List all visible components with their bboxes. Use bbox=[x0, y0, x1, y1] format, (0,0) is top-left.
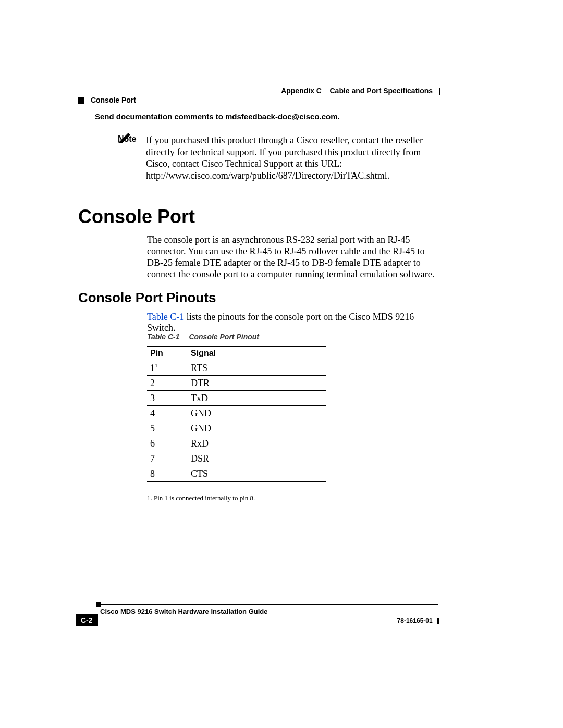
cell-pin: 7 bbox=[147, 451, 188, 466]
cell-pin: 4 bbox=[147, 406, 188, 421]
cell-signal: GND bbox=[188, 406, 326, 421]
note-text: If you purchased this product through a … bbox=[146, 134, 441, 181]
table-row: 8CTS bbox=[147, 466, 326, 482]
cell-pin: 6 bbox=[147, 436, 188, 451]
footer-doc-number: 78-16165-01 bbox=[397, 617, 439, 624]
document-page: Appendix C Cable and Port Specifications… bbox=[0, 0, 563, 728]
table-row: 4GND bbox=[147, 406, 326, 421]
running-header-right: Appendix C Cable and Port Specifications bbox=[281, 87, 440, 95]
chapter-title: Cable and Port Specifications bbox=[330, 87, 433, 95]
feedback-line: Send documentation comments to mdsfeedba… bbox=[95, 112, 340, 121]
cell-signal: DSR bbox=[188, 451, 326, 466]
cell-signal: CTS bbox=[188, 466, 326, 482]
cell-signal: TxD bbox=[188, 391, 326, 406]
cell-pin: 2 bbox=[147, 376, 188, 391]
cell-pin: 3 bbox=[147, 391, 188, 406]
footer-rule bbox=[100, 604, 438, 605]
note-rule-top bbox=[146, 131, 441, 131]
th-pin: Pin bbox=[147, 347, 188, 360]
divider-bar-icon bbox=[437, 618, 439, 624]
running-header-left: Console Port bbox=[78, 96, 136, 104]
paragraph-console-port: The console port is an asynchronous RS-2… bbox=[147, 235, 439, 280]
cell-pin: 5 bbox=[147, 421, 188, 436]
page-number: C-2 bbox=[76, 614, 98, 626]
heading-console-port-pinouts: Console Port Pinouts bbox=[78, 290, 216, 306]
section-name: Console Port bbox=[91, 96, 136, 104]
cell-signal: DTR bbox=[188, 376, 326, 391]
table-caption: Table C-1 Console Port Pinout bbox=[147, 332, 259, 341]
pinout-table: Pin Signal 11RTS2DTR3TxD4GND5GND6RxD7DSR… bbox=[147, 346, 326, 482]
table-title: Console Port Pinout bbox=[189, 332, 259, 341]
cell-pin: 8 bbox=[147, 466, 188, 482]
appendix-label: Appendix C bbox=[281, 87, 322, 95]
table-header-row: Pin Signal bbox=[147, 347, 326, 360]
table-footnote: 1. Pin 1 is connected internally to pin … bbox=[147, 494, 255, 502]
divider-bar-icon bbox=[439, 88, 440, 95]
table-crossref-link[interactable]: Table C-1 bbox=[147, 312, 184, 322]
footer-guide-title: Cisco MDS 9216 Switch Hardware Installat… bbox=[100, 608, 267, 615]
square-bullet-icon bbox=[78, 97, 84, 104]
cell-signal: GND bbox=[188, 421, 326, 436]
paragraph-pinouts-intro: Table C-1 lists the pinouts for the cons… bbox=[147, 312, 439, 334]
table-number: Table C-1 bbox=[147, 332, 180, 341]
th-signal: Signal bbox=[188, 347, 326, 360]
heading-console-port: Console Port bbox=[78, 206, 195, 228]
paragraph-pinouts-rest: lists the pinouts for the console port o… bbox=[147, 312, 414, 333]
table-row: 3TxD bbox=[147, 391, 326, 406]
table-row: 5GND bbox=[147, 421, 326, 436]
cell-pin: 11 bbox=[147, 360, 188, 376]
table-row: 11RTS bbox=[147, 360, 326, 376]
cell-signal: RTS bbox=[188, 360, 326, 376]
note-block: Note If you purchased this product throu… bbox=[118, 131, 441, 181]
cell-signal: RxD bbox=[188, 436, 326, 451]
table-row: 2DTR bbox=[147, 376, 326, 391]
footer-square-icon bbox=[96, 602, 101, 607]
table-row: 6RxD bbox=[147, 436, 326, 451]
note-pen-icon bbox=[118, 131, 133, 143]
table-row: 7DSR bbox=[147, 451, 326, 466]
